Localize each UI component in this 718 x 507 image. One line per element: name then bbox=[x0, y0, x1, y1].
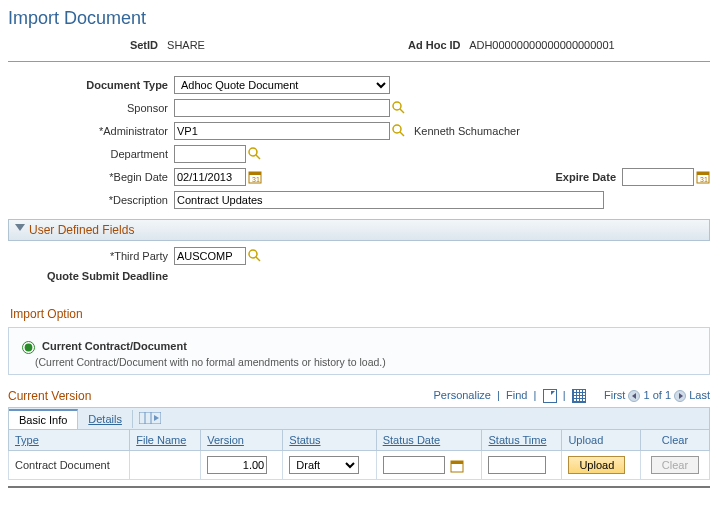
status-time-input[interactable] bbox=[488, 456, 546, 474]
sponsor-lookup-icon[interactable] bbox=[392, 101, 406, 115]
current-version-grid: Type File Name Version Status Status Dat… bbox=[8, 429, 710, 480]
svg-rect-10 bbox=[697, 172, 709, 175]
zoom-icon[interactable] bbox=[543, 389, 557, 403]
expire-date-label: Expire Date bbox=[555, 171, 616, 183]
svg-rect-7 bbox=[249, 172, 261, 175]
pager-prev-icon[interactable] bbox=[628, 390, 640, 402]
setid-label: SetID bbox=[8, 39, 158, 51]
pager-next-icon[interactable] bbox=[674, 390, 686, 402]
svg-point-2 bbox=[393, 125, 401, 133]
adhoc-id-label: Ad Hoc ID bbox=[408, 39, 461, 51]
svg-point-13 bbox=[249, 250, 257, 258]
page-title: Import Document bbox=[8, 8, 710, 29]
tab-basic-info[interactable]: Basic Info bbox=[9, 409, 78, 429]
begin-date-input[interactable] bbox=[174, 168, 246, 186]
expire-date-input[interactable] bbox=[622, 168, 694, 186]
current-contract-radio-label: Current Contract/Document bbox=[42, 340, 187, 352]
divider bbox=[8, 61, 710, 62]
svg-marker-12 bbox=[15, 224, 25, 231]
third-party-lookup-icon[interactable] bbox=[248, 249, 262, 263]
third-party-input[interactable] bbox=[174, 247, 246, 265]
col-status-date[interactable]: Status Date bbox=[376, 430, 482, 451]
version-input[interactable] bbox=[207, 456, 267, 474]
import-option-title: Import Option bbox=[10, 307, 710, 321]
svg-rect-20 bbox=[451, 461, 463, 464]
col-status[interactable]: Status bbox=[283, 430, 376, 451]
status-select[interactable]: Draft bbox=[289, 456, 359, 474]
pager-last[interactable]: Last bbox=[689, 389, 710, 401]
svg-text:31: 31 bbox=[700, 176, 708, 183]
find-link[interactable]: Find bbox=[506, 389, 527, 401]
quote-submit-deadline-label: Quote Submit Deadline bbox=[8, 270, 168, 282]
col-version[interactable]: Version bbox=[201, 430, 283, 451]
department-label: Department bbox=[8, 148, 168, 160]
clear-button: Clear bbox=[651, 456, 699, 474]
col-file-name[interactable]: File Name bbox=[130, 430, 201, 451]
begin-date-calendar-icon[interactable]: 31 bbox=[248, 170, 262, 184]
col-status-time[interactable]: Status Time bbox=[482, 430, 562, 451]
description-label: *Description bbox=[8, 194, 168, 206]
svg-text:31: 31 bbox=[252, 176, 260, 183]
col-clear: Clear bbox=[641, 430, 710, 451]
setid-value: SHARE bbox=[167, 39, 205, 51]
expire-date-calendar-icon[interactable]: 31 bbox=[696, 170, 710, 184]
administrator-lookup-icon[interactable] bbox=[392, 124, 406, 138]
third-party-label: *Third Party bbox=[8, 250, 168, 262]
collapse-icon[interactable] bbox=[15, 223, 25, 237]
document-type-select[interactable]: Adhoc Quote Document bbox=[174, 76, 390, 94]
administrator-input[interactable] bbox=[174, 122, 390, 140]
department-lookup-icon[interactable] bbox=[248, 147, 262, 161]
current-contract-radio[interactable] bbox=[22, 341, 35, 354]
document-type-label: Document Type bbox=[8, 79, 168, 91]
administrator-name-display: Kenneth Schumacher bbox=[414, 125, 520, 137]
download-grid-icon[interactable] bbox=[572, 389, 586, 403]
svg-line-5 bbox=[256, 155, 260, 159]
user-defined-fields-title: User Defined Fields bbox=[29, 223, 134, 237]
upload-button[interactable]: Upload bbox=[568, 456, 625, 474]
current-version-title: Current Version bbox=[8, 389, 91, 403]
cell-type: Contract Document bbox=[9, 451, 130, 480]
pager-first[interactable]: First bbox=[604, 389, 625, 401]
svg-line-1 bbox=[400, 109, 404, 113]
status-date-input[interactable] bbox=[383, 456, 445, 474]
svg-line-14 bbox=[256, 257, 260, 261]
status-date-calendar-icon[interactable] bbox=[450, 459, 464, 473]
user-defined-fields-section-header[interactable]: User Defined Fields bbox=[8, 219, 710, 241]
svg-point-0 bbox=[393, 102, 401, 110]
personalize-link[interactable]: Personalize bbox=[434, 389, 491, 401]
adhoc-id-value: ADH00000000000000000001 bbox=[469, 39, 615, 51]
svg-line-3 bbox=[400, 132, 404, 136]
pager-range: 1 of 1 bbox=[644, 389, 672, 401]
col-upload: Upload bbox=[562, 430, 641, 451]
col-type[interactable]: Type bbox=[9, 430, 130, 451]
sponsor-input[interactable] bbox=[174, 99, 390, 117]
svg-marker-18 bbox=[154, 415, 159, 421]
administrator-label: *Administrator bbox=[8, 125, 168, 137]
table-row: Contract Document Draft Upload Clear bbox=[9, 451, 710, 480]
begin-date-label: *Begin Date bbox=[8, 171, 168, 183]
current-contract-radio-subtext: (Current Contract/Document with no forma… bbox=[35, 356, 701, 368]
svg-point-4 bbox=[249, 148, 257, 156]
bottom-divider bbox=[8, 486, 710, 488]
show-all-columns-icon[interactable] bbox=[133, 410, 167, 428]
import-option-block: Current Contract/Document (Current Contr… bbox=[8, 327, 710, 375]
department-input[interactable] bbox=[174, 145, 246, 163]
tab-details[interactable]: Details bbox=[78, 410, 133, 428]
sponsor-label: Sponsor bbox=[8, 102, 168, 114]
description-input[interactable] bbox=[174, 191, 604, 209]
cell-file-name bbox=[130, 451, 201, 480]
